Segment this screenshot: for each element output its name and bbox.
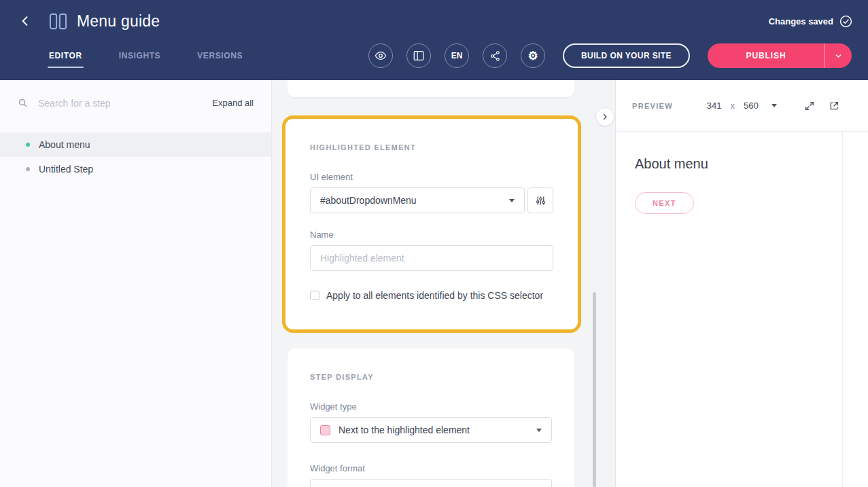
language-button[interactable]: EN	[445, 43, 469, 68]
highlighted-element-name-input[interactable]	[310, 245, 553, 271]
settings-button[interactable]: ⚙	[521, 43, 545, 68]
step-list: About menu Untitled Step	[0, 132, 271, 181]
editor-scrollbar[interactable]	[593, 292, 596, 487]
chevron-left-icon	[18, 14, 32, 28]
expand-all-link[interactable]: Expand all	[212, 98, 254, 108]
tab-editor[interactable]: EDITOR	[48, 42, 84, 69]
preview-size-dropdown[interactable]: 341 x 560	[707, 101, 777, 111]
step-item-about-menu[interactable]: About menu	[0, 132, 271, 157]
search-icon	[18, 98, 28, 108]
changes-saved-label: Changes saved	[769, 16, 833, 26]
layout-panel-button[interactable]	[406, 43, 431, 68]
publish-dropdown-button[interactable]	[824, 43, 852, 68]
sliders-icon	[535, 195, 546, 206]
columns-icon	[413, 50, 425, 62]
header-toolbar-row: EDITOR INSIGHTS VERSIONS EN	[0, 42, 868, 69]
preview-panel: PREVIEW 341 x 560	[615, 80, 868, 487]
ui-element-value: #aboutDropdownMenu	[320, 195, 417, 206]
collapse-preview-button[interactable]	[595, 107, 614, 126]
step-bullet-icon	[26, 167, 30, 171]
publish-split-button: PUBLISH	[708, 43, 852, 68]
chevron-down-icon	[835, 52, 842, 60]
publish-button[interactable]: PUBLISH	[708, 43, 824, 68]
changes-saved-status: Changes saved	[769, 15, 852, 28]
check-circle-icon	[839, 15, 852, 28]
name-label: Name	[310, 230, 553, 240]
steps-sidebar: Expand all About menu Untitled Step	[0, 80, 272, 487]
step-item-untitled-step[interactable]: Untitled Step	[0, 157, 271, 181]
gear-icon: ⚙	[527, 50, 538, 62]
expand-icon	[804, 101, 815, 111]
step-search-input[interactable]	[37, 97, 203, 109]
expand-preview-button[interactable]	[804, 101, 815, 111]
chevron-down-icon	[771, 104, 777, 107]
step-item-label: About menu	[39, 139, 90, 150]
open-in-new-tab-button[interactable]	[829, 101, 839, 111]
chevron-down-icon	[536, 429, 542, 432]
step-bullet-icon	[26, 143, 30, 147]
preview-scrollbar-track	[842, 132, 843, 487]
tooltip-widget-icon	[320, 425, 330, 435]
header-top-row: Menu guide Changes saved	[0, 0, 868, 42]
chevron-down-icon	[509, 199, 515, 202]
preview-step-heading: About menu	[635, 156, 868, 172]
widget-format-select[interactable]	[310, 479, 552, 487]
main-area: Expand all About menu Untitled Step HIGH…	[0, 80, 868, 487]
ui-element-select[interactable]: #aboutDropdownMenu	[310, 187, 525, 213]
step-editor-panel: HIGHLIGHTED ELEMENT UI element #aboutDro…	[272, 80, 615, 487]
widget-type-value: Next to the highlighted element	[338, 425, 470, 435]
times-separator: x	[731, 101, 735, 111]
selector-settings-button[interactable]	[527, 187, 553, 213]
preview-body: About menu NEXT	[616, 132, 868, 487]
section-title: STEP DISPLAY	[310, 373, 552, 381]
preview-header-icons	[804, 101, 839, 111]
step-display-card: STEP DISPLAY Widget type Next to the hig…	[288, 348, 574, 487]
widget-type-select[interactable]: Next to the highlighted element	[310, 417, 552, 443]
back-button[interactable]	[16, 12, 34, 30]
section-title: HIGHLIGHTED ELEMENT	[310, 143, 553, 151]
page-title: Menu guide	[77, 12, 160, 31]
apply-all-row: Apply to all elements identified by this…	[310, 290, 553, 301]
step-item-label: Untitled Step	[39, 164, 93, 175]
apply-all-checkbox[interactable]	[310, 291, 319, 300]
share-button[interactable]	[483, 43, 507, 68]
preview-next-button[interactable]: NEXT	[635, 192, 694, 214]
share-icon	[489, 50, 501, 62]
previous-card-fragment	[288, 80, 574, 97]
header-tabs: EDITOR INSIGHTS VERSIONS	[48, 42, 244, 69]
highlighted-element-card: HIGHLIGHTED ELEMENT UI element #aboutDro…	[282, 115, 581, 333]
tab-versions[interactable]: VERSIONS	[196, 42, 244, 69]
step-search-row: Expand all	[0, 80, 271, 126]
preview-eye-button[interactable]	[368, 43, 393, 68]
app-header: Menu guide Changes saved EDITOR INSIGHTS…	[0, 0, 868, 80]
preview-title: PREVIEW	[632, 102, 673, 110]
eye-icon	[375, 50, 387, 62]
ui-element-label: UI element	[310, 172, 553, 182]
preview-width-value: 341	[707, 101, 722, 111]
app-logo-icon	[49, 13, 67, 30]
build-on-your-site-button[interactable]: BUILD ON YOUR SITE	[563, 43, 690, 68]
preview-header: PREVIEW 341 x 560	[616, 80, 868, 132]
widget-format-label: Widget format	[310, 463, 552, 473]
preview-height-value: 560	[744, 101, 759, 111]
chevron-right-icon	[601, 113, 609, 121]
header-icon-buttons: EN ⚙	[368, 43, 545, 68]
widget-type-label: Widget type	[310, 401, 552, 412]
apply-all-label: Apply to all elements identified by this…	[326, 290, 543, 301]
language-label: EN	[451, 51, 463, 60]
tab-insights[interactable]: INSIGHTS	[118, 42, 162, 69]
external-link-icon	[829, 101, 839, 111]
ui-element-row: #aboutDropdownMenu	[310, 187, 553, 213]
